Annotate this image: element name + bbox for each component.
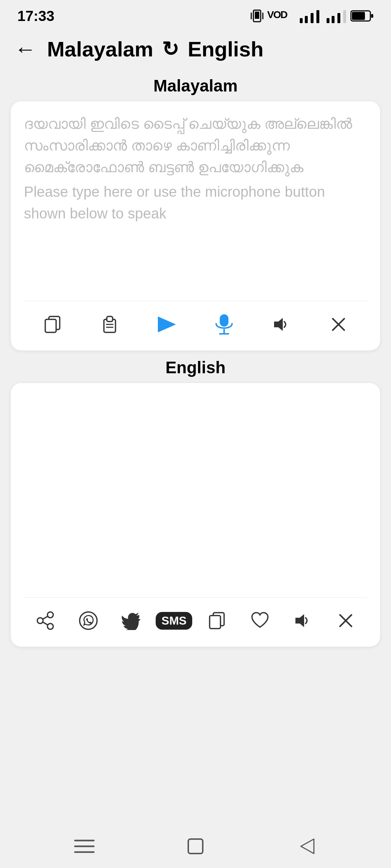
status-time: 17:33: [17, 8, 54, 24]
target-output-area: [24, 395, 367, 590]
source-toolbar: [24, 301, 367, 342]
target-twitter-button[interactable]: [117, 606, 146, 635]
bottom-menu-button[interactable]: [70, 832, 99, 861]
swap-languages-icon[interactable]: ↻: [162, 37, 179, 61]
network-bars: [300, 9, 320, 23]
bottom-home-button[interactable]: [181, 832, 210, 861]
sms-label: SMS: [156, 612, 192, 630]
source-section-label: Malayalam: [11, 69, 380, 101]
source-mic-button[interactable]: [210, 310, 239, 339]
source-placeholder-english: Please type here or use the microphone b…: [24, 181, 367, 224]
svg-rect-11: [107, 316, 113, 322]
battery-icon: [350, 9, 374, 22]
svg-point-23: [47, 624, 53, 629]
svg-rect-6: [352, 12, 365, 20]
target-whatsapp-button[interactable]: [74, 606, 103, 635]
bottom-back-button[interactable]: [292, 832, 321, 861]
svg-rect-35: [188, 839, 203, 854]
nav-title: Malayalam ↻ English: [47, 37, 264, 61]
main-content: Malayalam ദയവായി ഇവിടെ ടൈപ്പ് ചെയ്യുക അല…: [0, 69, 391, 647]
svg-text:VOD: VOD: [267, 9, 287, 20]
source-volume-button[interactable]: [267, 310, 296, 339]
svg-rect-7: [371, 14, 373, 18]
target-favorite-button[interactable]: [245, 606, 274, 635]
source-clear-button[interactable]: [324, 310, 353, 339]
svg-line-25: [43, 622, 48, 625]
svg-rect-28: [210, 616, 220, 629]
target-copy-button[interactable]: [202, 606, 231, 635]
source-input-card: ദയവായി ഇവിടെ ടൈപ്പ് ചെയ്യുക അല്ലെങ്കിൽ സ…: [11, 101, 380, 350]
signal-bars-2: [327, 9, 347, 23]
target-output-card: SMS: [11, 383, 380, 647]
target-toolbar: SMS: [24, 597, 367, 638]
source-placeholder-malayalam: ദയവായി ഇവിടെ ടൈപ്പ് ചെയ്യുക അല്ലെങ്കിൽ സ…: [24, 113, 367, 178]
target-share-button[interactable]: [31, 606, 60, 635]
signal-icon: VOD: [267, 8, 296, 24]
status-bar: 17:33 VOD: [0, 0, 391, 29]
source-language-label: Malayalam: [47, 37, 153, 61]
target-volume-button[interactable]: [288, 606, 317, 635]
target-clear-button[interactable]: [331, 606, 360, 635]
nav-bar: ← Malayalam ↻ English: [0, 29, 391, 69]
svg-marker-14: [158, 316, 176, 332]
source-translate-button[interactable]: [152, 310, 181, 339]
svg-rect-9: [45, 319, 56, 332]
back-button[interactable]: ←: [14, 37, 36, 61]
svg-marker-36: [301, 839, 314, 854]
svg-rect-15: [220, 314, 228, 327]
source-copy-button[interactable]: [38, 310, 67, 339]
svg-marker-29: [295, 614, 304, 627]
source-input-area[interactable]: ദയവായി ഇവിടെ ടൈപ്പ് ചെയ്യുക അല്ലെങ്കിൽ സ…: [24, 113, 367, 294]
svg-point-22: [37, 618, 43, 624]
source-paste-button[interactable]: [95, 310, 124, 339]
svg-line-24: [43, 616, 48, 619]
status-icons: VOD: [251, 8, 374, 24]
target-language-label: English: [188, 37, 263, 61]
svg-point-26: [80, 612, 97, 629]
bottom-nav: [0, 825, 391, 868]
vibrate-icon: [251, 9, 264, 23]
target-sms-button[interactable]: SMS: [160, 606, 189, 635]
target-section-label: English: [11, 350, 380, 383]
svg-rect-1: [255, 12, 259, 19]
svg-marker-18: [274, 318, 283, 331]
svg-point-21: [47, 612, 53, 618]
